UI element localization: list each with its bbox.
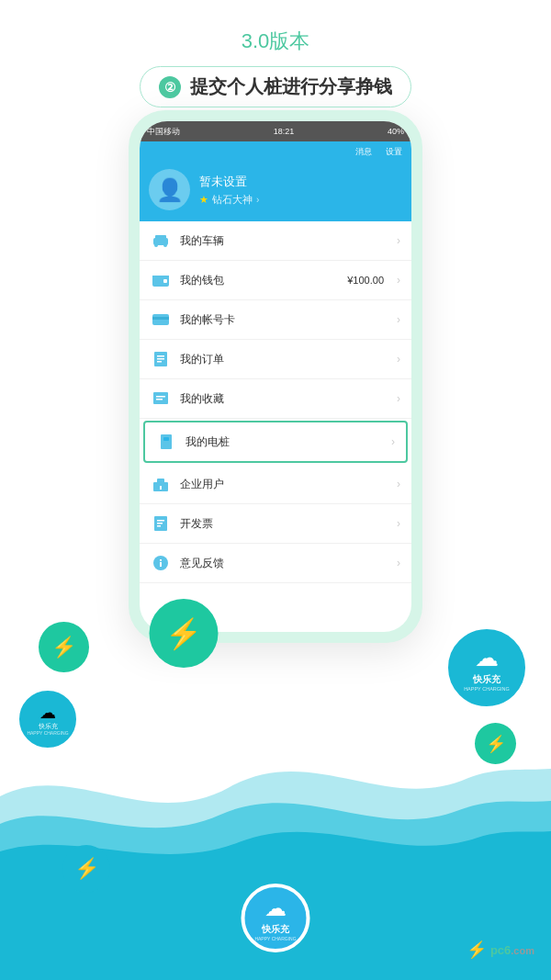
watermark-lightning-icon: ⚡	[467, 940, 487, 960]
svg-rect-25	[157, 525, 161, 527]
svg-rect-13	[153, 392, 168, 404]
carrier: 中国移动	[147, 126, 180, 138]
right-logo-icon: ☁	[475, 644, 499, 672]
wallet-label: 我的钱包	[180, 273, 338, 288]
bubble-center-lightning: ⚡	[150, 599, 219, 668]
svg-point-2	[154, 243, 158, 247]
invoice-icon	[151, 513, 171, 534]
vehicle-chevron: ›	[397, 234, 400, 247]
phone-screen: 中国移动 18:21 40% 消息 设置 👤 暂未设置 ★ 钻石大神	[140, 121, 411, 632]
svg-rect-27	[160, 559, 162, 561]
menu-item-vehicle[interactable]: 我的车辆 ›	[140, 221, 411, 261]
badge-chevron: ›	[256, 195, 259, 205]
svg-rect-24	[157, 523, 163, 524]
left-logo-text: 快乐充	[39, 723, 58, 730]
menu-item-feedback[interactable]: 意见反馈 ›	[140, 544, 411, 583]
svg-rect-11	[157, 358, 164, 360]
app-user-header: 👤 暂未设置 ★ 钻石大神 ›	[140, 162, 411, 221]
svg-rect-1	[155, 235, 166, 240]
bubble-left-small: ⚡	[39, 622, 89, 672]
subtitle-box: ② 提交个人桩进行分享挣钱	[140, 66, 411, 107]
svg-rect-15	[156, 399, 163, 400]
menu-item-pile[interactable]: 我的电桩 ›	[143, 421, 408, 463]
watermark-pc6: pс6.com	[490, 943, 534, 957]
svg-rect-5	[163, 279, 167, 283]
menu-item-order[interactable]: 我的订单 ›	[140, 340, 411, 379]
enterprise-chevron: ›	[397, 478, 400, 490]
user-info: 暂未设置 ★ 钻石大神 ›	[199, 174, 402, 207]
menu-item-collect[interactable]: 我的收藏 ›	[140, 379, 411, 419]
badge-text: 钻石大神	[212, 193, 253, 207]
bottom-logo: ☁ 快乐充 HAPPY CHARGING	[242, 884, 310, 952]
svg-rect-21	[160, 486, 162, 490]
wallet-icon	[151, 270, 171, 290]
enterprise-icon	[151, 474, 171, 494]
vehicle-label: 我的车辆	[180, 233, 388, 249]
collect-label: 我的收藏	[180, 391, 388, 407]
menu-item-wallet[interactable]: 我的钱包 ¥100.00 ›	[140, 261, 411, 300]
invoice-label: 开发票	[180, 516, 388, 532]
bubble-right-small: ⚡	[475, 723, 516, 764]
star-icon: ★	[199, 194, 208, 206]
feedback-icon	[151, 553, 171, 573]
top-section: 3.0版本 ② 提交个人桩进行分享挣钱	[0, 0, 551, 107]
left-logo-tagline: HAPPY CHARGING	[27, 730, 68, 736]
enterprise-label: 企业用户	[180, 477, 388, 492]
order-chevron: ›	[397, 353, 400, 366]
wallet-chevron: ›	[397, 274, 400, 287]
right-logo-tagline: HAPPY CHARGING	[464, 686, 510, 692]
card-icon	[151, 310, 171, 330]
svg-rect-14	[156, 396, 165, 398]
bubble-bottom-lightning: ⚡	[62, 845, 110, 893]
bottom-logo-icon: ☁	[264, 896, 287, 921]
svg-rect-8	[152, 317, 169, 320]
svg-point-3	[163, 243, 167, 247]
menu-item-enterprise[interactable]: 企业用户 ›	[140, 465, 411, 504]
invoice-chevron: ›	[397, 517, 400, 530]
phone-outer: 中国移动 18:21 40% 消息 设置 👤 暂未设置 ★ 钻石大神	[129, 110, 422, 643]
lightning-icon-bottom: ⚡	[74, 857, 99, 881]
status-bar: 中国移动 18:21 40%	[140, 121, 411, 141]
left-logo-icon: ☁	[39, 703, 56, 723]
card-label: 我的帐号卡	[180, 312, 388, 328]
bottom-logo-name: 快乐充	[262, 923, 289, 936]
app-header-top: 消息 设置	[140, 141, 411, 162]
svg-rect-17	[163, 437, 169, 441]
wallet-value: ¥100.00	[347, 275, 384, 286]
svg-rect-16	[161, 434, 172, 449]
subtitle-label: 提交个人桩进行分享挣钱	[190, 74, 392, 99]
menu-item-card[interactable]: 我的帐号卡 ›	[140, 300, 411, 340]
svg-rect-28	[160, 562, 162, 567]
time: 18:21	[274, 127, 295, 136]
lightning-icon-left: ⚡	[51, 636, 76, 659]
feedback-chevron: ›	[397, 557, 400, 569]
version-text: 3.0版本	[0, 28, 551, 55]
menu-list: 我的车辆 › 我的钱包 ¥100.00 › 我的	[140, 221, 411, 583]
menu-item-invoice[interactable]: 开发票 ›	[140, 504, 411, 544]
user-avatar-icon: 👤	[156, 177, 184, 203]
battery: 40%	[388, 127, 404, 136]
pile-label: 我的电桩	[186, 434, 382, 450]
avatar[interactable]: 👤	[149, 169, 190, 210]
lightning-icon-right-sm: ⚡	[486, 734, 506, 754]
pile-icon	[156, 432, 176, 452]
svg-rect-6	[152, 276, 169, 278]
pile-chevron: ›	[391, 435, 395, 448]
phone-mockup: 中国移动 18:21 40% 消息 设置 👤 暂未设置 ★ 钻石大神	[129, 110, 422, 643]
settings-link[interactable]: 设置	[386, 146, 402, 158]
bubble-right-logo: ☁ 快乐充 HAPPY CHARGING	[445, 626, 528, 709]
right-logo-appname: 快乐充	[473, 673, 500, 686]
order-label: 我的订单	[180, 352, 388, 367]
feedback-label: 意见反馈	[180, 556, 388, 571]
bubble-left-logo: ☁ 快乐充 HAPPY CHARGING	[17, 688, 79, 750]
collect-icon	[151, 389, 171, 409]
message-link[interactable]: 消息	[355, 146, 372, 158]
user-badge-row: ★ 钻石大神 ›	[199, 193, 402, 207]
bottom-logo-circle: ☁ 快乐充 HAPPY CHARGING	[242, 884, 310, 952]
lightning-icon-center: ⚡	[165, 616, 202, 651]
car-icon	[151, 231, 171, 251]
svg-rect-23	[157, 520, 164, 522]
collect-chevron: ›	[397, 392, 400, 405]
watermark: ⚡ pс6.com	[467, 940, 534, 960]
bottom-logo-tagline: HAPPY CHARGING	[254, 936, 296, 941]
